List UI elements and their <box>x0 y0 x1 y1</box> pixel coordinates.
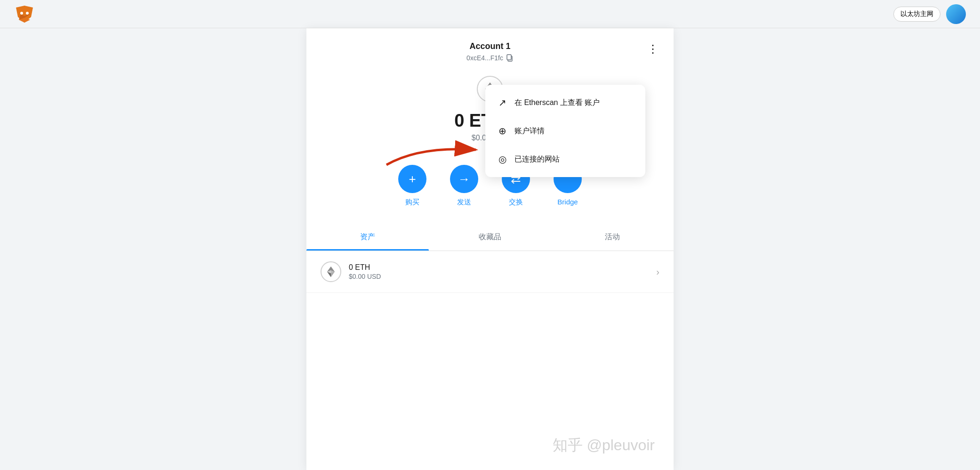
dropdown-menu: ↗ 在 Etherscan 上查看 账户 ⊕ 账户详情 ◎ 已连接的网站 <box>485 85 645 177</box>
top-bar: 以太坊主网 <box>0 0 980 28</box>
svg-point-5 <box>26 12 29 15</box>
tab-activity[interactable]: 活动 <box>551 224 674 251</box>
asset-list: 0 ETH $0.00 USD › <box>306 251 674 293</box>
account-name: Account 1 <box>306 41 674 51</box>
watermark: 知乎 @pleuvoir <box>553 435 655 456</box>
wallet-panel: Account 1 0xcE4...F1fc ⋮ 0 ETH 📈 $0 <box>306 28 674 470</box>
bridge-label: Bridge <box>557 198 578 206</box>
connected-sites-label: 已连接的网站 <box>514 154 560 164</box>
swap-label: 交换 <box>509 198 523 207</box>
svg-rect-7 <box>507 55 511 60</box>
eth-asset-svg <box>325 266 337 278</box>
eth-asset-icon <box>321 261 341 282</box>
eth-asset-usd: $0.00 USD <box>349 273 656 280</box>
account-details-menu-item[interactable]: ⊕ 账户详情 <box>485 117 645 145</box>
send-icon: → <box>458 172 470 186</box>
external-link-icon: ↗ <box>497 97 508 108</box>
network-selector[interactable]: 以太坊主网 <box>893 7 940 22</box>
buy-label: 购买 <box>405 198 419 207</box>
account-details-label: 账户详情 <box>514 126 545 136</box>
buy-circle: + <box>398 165 426 193</box>
buy-button[interactable]: + 购买 <box>398 165 426 207</box>
account-details-icon: ⊕ <box>497 125 508 137</box>
copy-icon[interactable] <box>506 54 514 62</box>
account-header: Account 1 0xcE4...F1fc ⋮ <box>306 28 674 71</box>
send-label: 发送 <box>457 198 471 207</box>
more-options-button[interactable]: ⋮ <box>643 41 662 57</box>
etherscan-menu-item[interactable]: ↗ 在 Etherscan 上查看 账户 <box>485 89 645 117</box>
asset-chevron-icon: › <box>656 267 659 277</box>
connected-sites-icon: ◎ <box>497 154 508 165</box>
fox-icon <box>14 4 35 24</box>
tab-assets[interactable]: 资产 <box>306 224 429 251</box>
metamask-logo <box>14 4 35 24</box>
eth-asset-row[interactable]: 0 ETH $0.00 USD › <box>306 251 674 293</box>
send-button[interactable]: → 发送 <box>450 165 478 207</box>
etherscan-label: 在 Etherscan 上查看 账户 <box>514 98 600 108</box>
account-address: 0xcE4...F1fc <box>306 54 674 62</box>
svg-point-4 <box>20 12 23 15</box>
eth-asset-name: 0 ETH <box>349 263 656 272</box>
account-avatar[interactable] <box>946 4 966 24</box>
send-circle: → <box>450 165 478 193</box>
top-bar-right: 以太坊主网 <box>893 4 966 24</box>
address-text: 0xcE4...F1fc <box>466 54 503 62</box>
tab-collectibles[interactable]: 收藏品 <box>429 224 551 251</box>
connected-sites-menu-item[interactable]: ◎ 已连接的网站 <box>485 145 645 173</box>
tabs-section: 资产 收藏品 活动 <box>306 224 674 251</box>
buy-icon: + <box>409 172 416 186</box>
eth-asset-info: 0 ETH $0.00 USD <box>349 263 656 280</box>
